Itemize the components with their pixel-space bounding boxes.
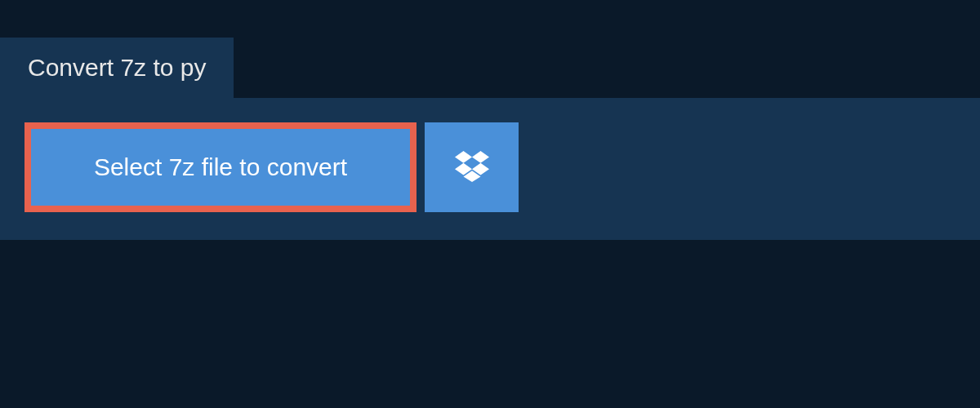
select-file-button-label: Select 7z file to convert — [94, 153, 347, 181]
dropbox-icon — [455, 151, 489, 184]
dropbox-button[interactable] — [425, 122, 519, 212]
select-file-button[interactable]: Select 7z file to convert — [24, 122, 416, 212]
convert-panel: Select 7z file to convert — [0, 98, 980, 240]
button-row: Select 7z file to convert — [24, 122, 956, 212]
tab-label: Convert 7z to py — [28, 54, 206, 81]
tab-convert[interactable]: Convert 7z to py — [0, 38, 234, 98]
